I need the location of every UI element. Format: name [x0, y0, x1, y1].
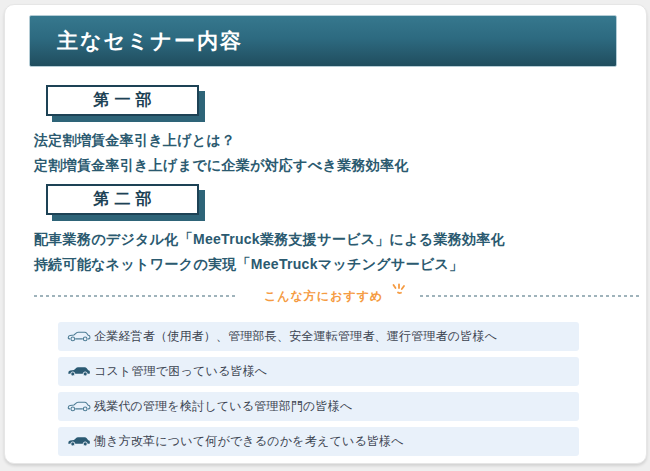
page-title: 主なセミナー内容 [57, 27, 243, 55]
part2-line2: 持続可能なネットワークの実現「MeeTruckマッチングサービス」 [34, 252, 646, 277]
part1-badge-label: 第一部 [94, 90, 157, 111]
part2-badge: 第二部 [46, 184, 199, 215]
part2-description: 配車業務のデジタル化「MeeTruck業務支援サービス」による業務効率化 持続可… [34, 227, 646, 277]
dashed-line-right [420, 295, 640, 297]
list-item-label: 企業経営者（使用者）、管理部長、安全運転管理者、運行管理者の皆様へ [94, 328, 497, 345]
part1-description: 法定割増賃金率引き上げとは？ 定割増賃金率引き上げまでに企業が対応すべき業務効率… [34, 128, 646, 178]
list-item: 残業代の管理を検討している管理部門の皆様へ [58, 392, 579, 421]
part1-badge: 第一部 [46, 85, 199, 116]
list-item: 働き方改革について何ができるのかを考えている皆様へ [58, 427, 579, 456]
part1-line2: 定割増賃金率引き上げまでに企業が対応すべき業務効率化 [34, 153, 646, 178]
section-header: 主なセミナー内容 [29, 15, 617, 67]
sparkle-icon [391, 282, 406, 300]
car-outline-icon [67, 399, 91, 414]
list-item: コスト管理で困っている皆様へ [58, 357, 579, 386]
part2-badge-label: 第二部 [94, 189, 157, 210]
list-item: 企業経営者（使用者）、管理部長、安全運転管理者、運行管理者の皆様へ [58, 322, 579, 351]
car-outline-icon [67, 329, 91, 344]
content-card: 主なセミナー内容 第一部 法定割増賃金率引き上げとは？ 定割増賃金率引き上げまで… [4, 4, 647, 464]
part1-line1: 法定割増賃金率引き上げとは？ [34, 128, 646, 153]
dashed-line-left [34, 295, 238, 297]
recommend-heading: こんな方におすすめ [264, 288, 383, 305]
recommend-divider: こんな方におすすめ [34, 287, 640, 305]
car-filled-icon [67, 434, 91, 449]
part2-line1: 配車業務のデジタル化「MeeTruck業務支援サービス」による業務効率化 [34, 227, 646, 252]
recommend-list: 企業経営者（使用者）、管理部長、安全運転管理者、運行管理者の皆様へ コスト管理で… [58, 322, 579, 456]
car-filled-icon [67, 364, 91, 379]
list-item-label: 残業代の管理を検討している管理部門の皆様へ [94, 398, 352, 415]
list-item-label: 働き方改革について何ができるのかを考えている皆様へ [94, 433, 404, 450]
list-item-label: コスト管理で困っている皆様へ [94, 363, 267, 380]
